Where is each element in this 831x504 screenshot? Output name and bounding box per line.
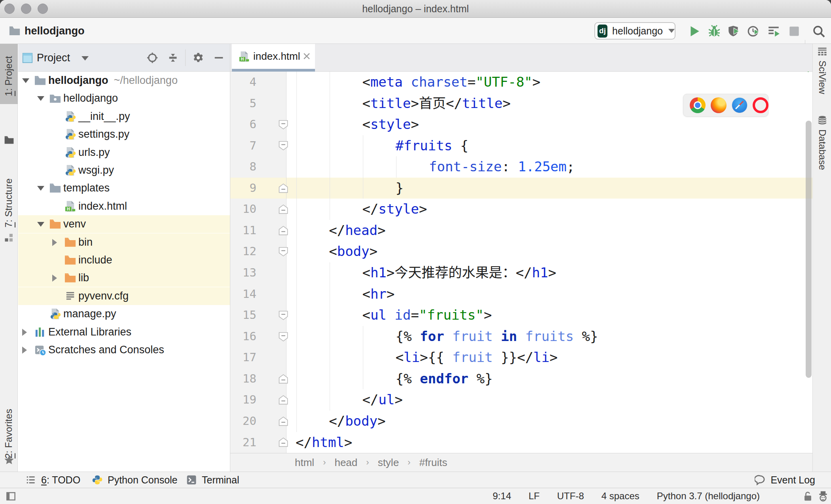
fold-end-marker[interactable] [278, 415, 288, 427]
project-panel-title[interactable]: Project [37, 44, 70, 72]
code-line-17: <li>{{ fruit }}</li> [396, 347, 558, 368]
chevron-down-icon [668, 29, 675, 33]
line-number: 6 [230, 114, 256, 135]
code-line-13: <h1>今天推荐的水果是：</h1> [362, 262, 556, 284]
status-item-python-3-7-hellodjango-[interactable]: Python 3.7 (hellodjango) [657, 491, 760, 502]
tree-row-manage-py[interactable]: manage.py [18, 305, 230, 323]
chevron-expanded-icon[interactable] [22, 78, 29, 83]
opera-icon[interactable] [753, 97, 768, 113]
fold-end-marker[interactable] [278, 203, 288, 215]
tree-label: pyvenv.cfg [78, 287, 129, 305]
breadcrumb-item-head[interactable]: head [334, 457, 357, 469]
tree-row-index-html[interactable]: Hindex.html [18, 197, 230, 215]
fold-end-marker[interactable] [278, 225, 288, 237]
tree-row-bin[interactable]: bin [18, 233, 230, 251]
code-line-5: <title>首页</title> [362, 93, 510, 114]
chevron-down-icon[interactable] [82, 56, 89, 61]
django-config-icon: dj [598, 25, 607, 38]
chrome-icon[interactable] [690, 97, 706, 113]
chevron-collapsed-icon[interactable] [52, 239, 57, 246]
tree-row-scratches-and-consoles[interactable]: Scratches and Consoles [18, 341, 230, 359]
tree-row-settings-py[interactable]: settings.py [18, 125, 230, 143]
firefox-icon[interactable] [711, 97, 727, 113]
breadcrumb-project[interactable]: hellodjango [25, 18, 85, 44]
profile-button[interactable] [747, 25, 761, 38]
code-line-14: <hr> [362, 284, 395, 305]
tree-row-include[interactable]: include [18, 251, 230, 269]
run-with-coverage-button[interactable] [727, 25, 741, 38]
stop-button[interactable] [787, 25, 801, 38]
tree-row-wsgi-py[interactable]: wsgi.py [18, 161, 230, 179]
fold-start-marker[interactable] [278, 119, 288, 131]
breadcrumb-item-html[interactable]: html [295, 457, 314, 469]
status-item-4-spaces[interactable]: 4 spaces [601, 491, 639, 502]
tree-row-hellodjango[interactable]: hellodjango [18, 89, 230, 107]
chevron-collapsed-icon[interactable] [22, 347, 27, 354]
fold-start-marker[interactable] [278, 140, 288, 152]
tool-button-sciview[interactable]: SciView [817, 61, 828, 94]
status-item-utf-8[interactable]: UTF-8 [557, 491, 584, 502]
debug-button[interactable] [708, 25, 721, 38]
tree-row-external-libraries[interactable]: External Libraries [18, 323, 230, 341]
folder-icon [34, 74, 46, 87]
collapse-all-icon[interactable] [167, 52, 179, 64]
status-item-lf[interactable]: LF [529, 491, 540, 502]
tool-button-project[interactable]: 1: Project [3, 48, 14, 96]
close-icon[interactable] [302, 52, 311, 61]
tree-row-venv[interactable]: venv [18, 215, 230, 233]
fold-start-marker[interactable] [278, 246, 288, 258]
tree-row-templates[interactable]: templates [18, 179, 230, 197]
tool-button-database[interactable]: Database [817, 129, 828, 170]
tool-button-structure[interactable]: 7: Structure [3, 158, 14, 227]
fold-start-marker[interactable] [278, 331, 288, 343]
tree-row-hellodjango[interactable]: hellodjango~/hellodjango [18, 72, 230, 89]
code-line-8: font-size: 1.25em; [429, 156, 575, 178]
chevron-expanded-icon[interactable] [37, 222, 44, 227]
fold-end-marker[interactable] [278, 436, 288, 448]
tool-button-python-console[interactable]: Python Console [92, 472, 178, 488]
py-icon [64, 110, 76, 123]
lock-open-icon[interactable] [803, 491, 813, 502]
editor-scrollbar[interactable] [806, 121, 812, 378]
tree-row--init-py[interactable]: __init__.py [18, 108, 230, 125]
fold-start-marker[interactable] [278, 309, 288, 321]
tree-label: include [78, 251, 112, 269]
tree-row-pyvenv-cfg[interactable]: pyvenv.cfg [18, 287, 230, 305]
line-number: 9 [230, 178, 256, 199]
fold-end-marker[interactable] [278, 394, 288, 406]
event-log-button[interactable]: Event Log [755, 472, 815, 488]
code-editor[interactable]: 4<meta charset="UTF-8">5<title>首页</title… [230, 72, 812, 453]
locate-file-icon[interactable] [146, 52, 158, 64]
code-line-4: <meta charset="UTF-8"> [362, 72, 540, 93]
chevron-collapsed-icon[interactable] [22, 329, 27, 336]
toggle-toolwindows-icon[interactable] [6, 491, 16, 502]
tool-button-6-todo[interactable]: 6: TODO [25, 472, 80, 488]
chevron-expanded-icon[interactable] [37, 186, 44, 191]
breadcrumb-item-style[interactable]: style [378, 457, 399, 469]
run-configuration-select[interactable]: dj hellodjango [594, 22, 675, 40]
chevron-collapsed-icon[interactable] [52, 275, 57, 282]
gear-icon[interactable] [192, 52, 204, 64]
tool-button-favorites[interactable]: 2: Favorites [3, 399, 14, 459]
project-panel: Project hellodjango~/hellodjangohellodja… [18, 44, 230, 472]
fold-end-marker[interactable] [278, 373, 288, 385]
breadcrumb-item-fruits[interactable]: #fruits [419, 457, 447, 469]
tree-row-lib[interactable]: lib [18, 269, 230, 287]
code-line-11: </head> [329, 220, 385, 241]
search-everywhere-button[interactable] [812, 25, 825, 38]
hector-inspector-icon[interactable] [818, 491, 829, 502]
status-item-9-14[interactable]: 9:14 [493, 491, 511, 502]
tab-index-html[interactable]: H index.html [232, 44, 315, 72]
run-concurrency-button[interactable] [767, 25, 780, 38]
scratches-icon [34, 344, 46, 356]
tool-button-terminal[interactable]: Terminal [186, 472, 239, 488]
run-button[interactable] [688, 25, 701, 38]
inspections-ok-check-icon[interactable] [804, 72, 812, 73]
tree-row-urls-py[interactable]: urls.py [18, 144, 230, 161]
hide-panel-icon[interactable] [213, 52, 225, 64]
fold-end-marker[interactable] [278, 182, 288, 194]
chevron-expanded-icon[interactable] [37, 96, 44, 101]
indent-guide [330, 262, 330, 411]
left-tool-stripe: 1: Project 7: Structure 2: Favorites [0, 44, 18, 472]
safari-icon[interactable] [732, 97, 748, 113]
